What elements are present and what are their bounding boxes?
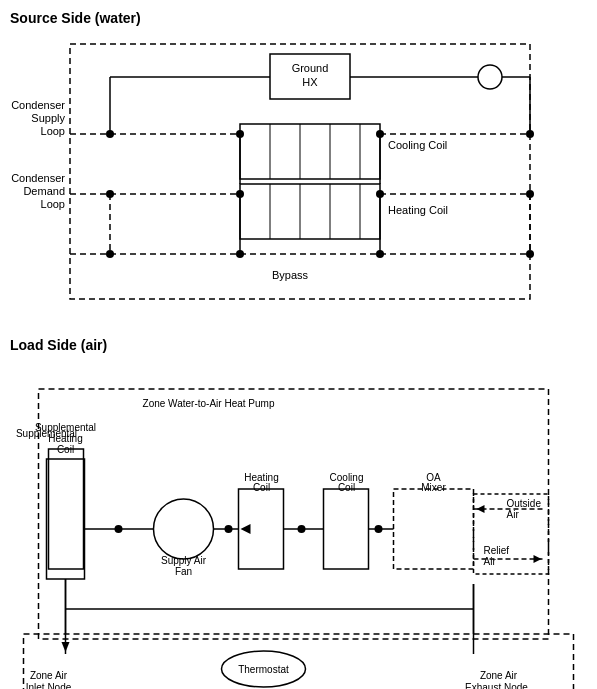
- svg-text:Exhaust Node: Exhaust Node: [465, 682, 528, 689]
- svg-text:Supply: Supply: [31, 112, 65, 124]
- svg-text:Coil: Coil: [253, 482, 270, 493]
- load-section: Load Side (air) Zone Water-to-Air Heat P…: [10, 337, 587, 689]
- svg-text:Loop: Loop: [41, 125, 65, 137]
- svg-text:Inlet Node: Inlet Node: [26, 682, 72, 689]
- svg-point-4: [478, 65, 502, 89]
- svg-text:Air: Air: [484, 556, 497, 567]
- svg-text:Relief: Relief: [484, 545, 510, 556]
- svg-text:Ground: Ground: [292, 62, 329, 74]
- svg-rect-57: [49, 449, 84, 569]
- svg-text:HX: HX: [302, 76, 318, 88]
- svg-text:Bypass: Bypass: [272, 269, 309, 281]
- svg-text:Cooling Coil: Cooling Coil: [388, 139, 447, 151]
- svg-point-89: [298, 525, 306, 533]
- svg-marker-82: [534, 555, 542, 563]
- svg-marker-94: [62, 642, 70, 652]
- svg-text:Coil: Coil: [338, 482, 355, 493]
- svg-point-18: [526, 130, 534, 138]
- svg-text:Mixer: Mixer: [421, 482, 446, 493]
- svg-text:Condenser: Condenser: [11, 172, 65, 184]
- svg-text:Supply Air: Supply Air: [161, 555, 207, 566]
- svg-point-53: [236, 250, 244, 258]
- svg-point-15: [106, 130, 114, 138]
- svg-text:Air: Air: [507, 509, 520, 520]
- load-diagram-container: Zone Water-to-Air Heat Pump Supplemental…: [10, 359, 587, 689]
- svg-rect-34: [240, 184, 380, 239]
- svg-text:Thermostat: Thermostat: [238, 664, 289, 675]
- svg-text:Loop: Loop: [41, 198, 65, 210]
- svg-point-91: [375, 525, 383, 533]
- svg-rect-19: [240, 124, 380, 179]
- svg-text:Zone Water-to-Air Heat Pump: Zone Water-to-Air Heat Pump: [143, 398, 275, 409]
- svg-point-85: [115, 525, 123, 533]
- svg-text:Zone Air: Zone Air: [30, 670, 68, 681]
- svg-marker-92: [241, 524, 251, 534]
- svg-text:Heating Coil: Heating Coil: [388, 204, 448, 216]
- svg-rect-72: [394, 489, 474, 569]
- source-diagram-container: Ground HX Condenser Supply Loop: [10, 34, 570, 319]
- svg-text:Condenser: Condenser: [11, 99, 65, 111]
- load-title: Load Side (air): [10, 337, 587, 353]
- svg-text:Fan: Fan: [175, 566, 192, 577]
- svg-point-87: [225, 525, 233, 533]
- load-diagram-svg: Zone Water-to-Air Heat Pump Supplemental…: [10, 359, 587, 689]
- svg-text:Supplemental: Supplemental: [35, 422, 96, 433]
- svg-rect-62: [47, 459, 85, 579]
- source-diagram-svg: Ground HX Condenser Supply Loop: [10, 34, 570, 319]
- svg-text:Coil: Coil: [57, 444, 74, 455]
- svg-rect-55: [39, 389, 549, 639]
- svg-rect-69: [324, 489, 369, 569]
- svg-text:Heating: Heating: [48, 433, 82, 444]
- source-section: Source Side (water) Ground HX Condenser …: [10, 10, 587, 319]
- svg-text:Zone Air: Zone Air: [480, 670, 518, 681]
- svg-point-63: [154, 499, 214, 559]
- source-title: Source Side (water): [10, 10, 587, 26]
- svg-text:Demand: Demand: [23, 185, 65, 197]
- svg-text:Outside: Outside: [507, 498, 542, 509]
- svg-marker-80: [477, 505, 485, 513]
